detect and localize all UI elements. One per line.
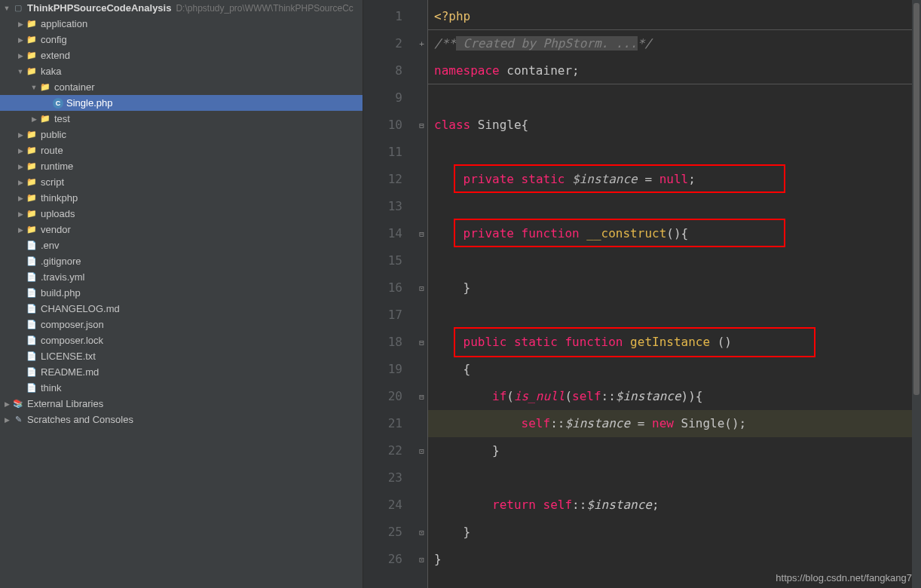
chevron-right-icon[interactable]: ▶ (17, 179, 24, 186)
token (506, 335, 514, 349)
tree-item--gitignore[interactable]: 📄.gitignore (0, 253, 363, 269)
chevron-right-icon[interactable]: ▶ (17, 147, 24, 155)
tree-item-script[interactable]: ▶📁script (0, 174, 363, 190)
tree-item-vendor[interactable]: ▶📁vendor (0, 222, 363, 237)
tree-item-route[interactable]: ▶📁route (0, 142, 363, 158)
tree-label: README.md (41, 366, 99, 378)
code-line[interactable]: namespace container; (428, 57, 921, 84)
code-line[interactable]: } (428, 519, 921, 546)
fold-marker[interactable]: + (416, 30, 427, 57)
token: /** (434, 36, 456, 51)
code-line[interactable] (428, 247, 921, 274)
tree-item-scratches-and-consoles[interactable]: ▶✎Scratches and Consoles (0, 412, 363, 427)
folder-icon: 📁 (26, 192, 38, 204)
code-line[interactable] (428, 302, 921, 329)
tree-label: test (54, 113, 70, 124)
tree-item-runtime[interactable]: ▶📁runtime (0, 158, 363, 174)
tree-item--env[interactable]: 📄.env (0, 237, 363, 253)
code-line[interactable]: } (428, 437, 921, 464)
token: self (572, 389, 601, 403)
code-line[interactable]: public static function getInstance () (428, 329, 921, 356)
fold-marker[interactable]: ⊡ (416, 274, 427, 302)
tree-label: composer.lock (41, 335, 103, 346)
fold-column[interactable]: +⊟⊟⊡⊟⊟⊡⊡⊡ (416, 0, 428, 588)
token: Created by PhpStorm. ... (456, 36, 638, 51)
tree-item-config[interactable]: ▶📁config (0, 32, 363, 47)
code-line[interactable] (428, 84, 921, 112)
tree-item-uploads[interactable]: ▶📁uploads (0, 206, 363, 222)
fold-marker[interactable]: ⊡ (416, 546, 427, 573)
token: container; (500, 63, 580, 78)
fold-marker (416, 57, 427, 84)
chevron-right-icon[interactable]: ▶ (17, 226, 24, 234)
tree-item-external-libraries[interactable]: ▶📚External Libraries (0, 396, 363, 412)
tree-item-container[interactable]: ▼📁container (0, 79, 363, 95)
folder-icon: 📁 (26, 66, 38, 78)
fold-marker[interactable]: ⊟ (416, 383, 427, 410)
token: self (543, 498, 573, 512)
scroll-thumb[interactable] (913, 3, 919, 395)
folder-icon: 📁 (26, 50, 38, 62)
code-area[interactable]: <?php/** Created by PhpStorm. ...*/names… (428, 0, 921, 588)
fold-marker[interactable]: ⊟ (416, 329, 427, 356)
code-line[interactable]: return self::$instance; (428, 492, 921, 519)
code-line[interactable]: if(is_null(self::$instance)){ (428, 383, 921, 410)
code-editor[interactable]: 12891011121314151617181920212223242526 +… (363, 0, 921, 588)
code-line[interactable]: { (428, 356, 921, 383)
code-line[interactable] (428, 139, 921, 166)
code-line[interactable] (428, 464, 921, 492)
chevron-right-icon[interactable]: ▶ (17, 52, 24, 60)
token: <?php (434, 9, 470, 23)
tree-item-changelog-md[interactable]: 📄CHANGELOG.md (0, 301, 363, 317)
fold-marker[interactable]: ⊟ (416, 112, 427, 139)
code-line[interactable]: /** Created by PhpStorm. ...*/ (428, 30, 921, 57)
tree-item-think[interactable]: 📄think (0, 380, 363, 396)
fold-marker[interactable]: ⊡ (416, 519, 427, 546)
chevron-right-icon[interactable]: ▶ (17, 20, 24, 28)
project-tree[interactable]: ▼▢ThinkPHPSourceCodeAnalysisD:\phpstudy_… (0, 0, 363, 588)
tree-item-kaka[interactable]: ▼📁kaka (0, 63, 363, 79)
chevron-right-icon[interactable]: ▶ (17, 131, 24, 139)
editor-scrollbar[interactable] (912, 0, 921, 588)
tree-item-test[interactable]: ▶📁test (0, 111, 363, 127)
tree-item-build-php[interactable]: 📄build.php (0, 285, 363, 301)
code-line[interactable]: private function __construct(){ (428, 220, 921, 247)
code-line[interactable]: private static $instance = null; (428, 166, 921, 193)
code-line[interactable]: } (428, 546, 921, 573)
tree-item-extend[interactable]: ▶📁extend (0, 47, 363, 63)
chevron-right-icon[interactable]: ▶ (17, 163, 24, 170)
fold-marker (416, 139, 427, 166)
tree-item--travis-yml[interactable]: 📄.travis.yml (0, 269, 363, 285)
tree-item-composer-lock[interactable]: 📄composer.lock (0, 332, 363, 348)
tree-item-readme-md[interactable]: 📄README.md (0, 364, 363, 380)
tree-item-public[interactable]: ▶📁public (0, 127, 363, 142)
chevron-down-icon[interactable]: ▼ (3, 5, 11, 12)
fold-marker[interactable]: ⊟ (416, 220, 427, 247)
code-line[interactable] (428, 193, 921, 220)
chevron-right-icon[interactable]: ▶ (3, 400, 11, 408)
code-line[interactable]: <?php (428, 3, 921, 30)
chevron-down-icon[interactable]: ▼ (30, 84, 38, 91)
chevron-right-icon[interactable]: ▶ (3, 416, 11, 424)
chevron-down-icon[interactable]: ▼ (17, 68, 24, 75)
tree-label: application (41, 18, 87, 29)
chevron-right-icon[interactable]: ▶ (17, 194, 24, 202)
token: (){ (666, 226, 688, 240)
code-line[interactable]: self::$instance = new Single(); (428, 410, 921, 437)
code-line[interactable]: } (428, 274, 921, 302)
token: static (522, 172, 565, 186)
token: null (659, 172, 689, 186)
token: $instance (565, 416, 630, 430)
tree-item-application[interactable]: ▶📁application (0, 16, 363, 32)
tree-item-thinkphp[interactable]: ▶📁thinkphp (0, 190, 363, 206)
tree-item-composer-json[interactable]: 📄composer.json (0, 317, 363, 332)
tree-item-license-txt[interactable]: 📄LICENSE.txt (0, 348, 363, 364)
chevron-right-icon[interactable]: ▶ (17, 36, 24, 44)
code-line[interactable]: class Single{ (428, 112, 921, 139)
tree-label: LICENSE.txt (41, 351, 96, 362)
chevron-right-icon[interactable]: ▶ (30, 115, 38, 123)
tree-item-thinkphpsourcecodeanalysis[interactable]: ▼▢ThinkPHPSourceCodeAnalysisD:\phpstudy_… (0, 0, 363, 16)
fold-marker[interactable]: ⊡ (416, 437, 427, 464)
chevron-right-icon[interactable]: ▶ (17, 210, 24, 218)
tree-item-single-php[interactable]: CSingle.php (0, 95, 363, 111)
